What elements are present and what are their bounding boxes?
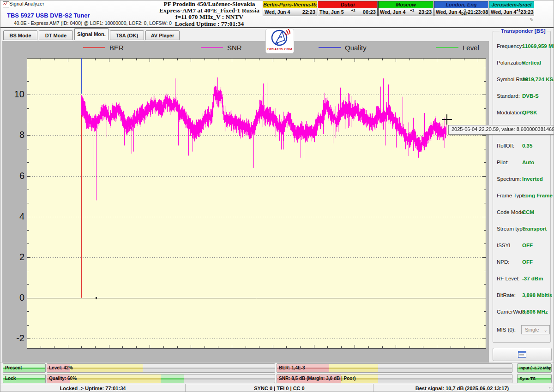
present-indicator: Present	[3, 363, 46, 373]
clock-date: Wed, Jun 4	[436, 9, 461, 15]
tab-av-player[interactable]: AV Player	[145, 30, 180, 40]
legend-item-quality[interactable]: Quality	[319, 43, 367, 52]
clock-time: 23:23	[419, 9, 432, 15]
y-tick-2: 2	[3, 252, 24, 262]
header-band: Signal Analyzer TBS 5927 USB DVB-S2 Tune…	[0, 0, 554, 28]
sync-ts-indicator: Sync TS	[517, 374, 552, 383]
clock-time: 00:23	[363, 9, 376, 15]
param-value: 3,898 Mbit/s	[522, 292, 552, 298]
clock-date: Wed, Jun 4	[265, 9, 290, 15]
header-line-4: Locked Uptime : 77:01:34	[155, 21, 264, 27]
param-label: Polarization:	[497, 60, 526, 65]
clock-utc-offset: +1	[516, 9, 520, 12]
clock-time: 23:23	[520, 9, 533, 15]
clock-body: Wed, Jun 422:23	[263, 8, 317, 16]
param-value: Vertical	[522, 60, 541, 65]
ber-bar: BER: 1,4E-3	[277, 363, 512, 373]
mis-value: Single	[525, 327, 539, 333]
panel-button[interactable]	[493, 348, 552, 361]
clock-date: Wed, Jun 4	[380, 9, 405, 15]
clock-jerusalem-israel[interactable]: Jerusalem-IsraelWed, Jun 4+123:23	[489, 1, 534, 16]
clock-date: Thu, Jun 5	[319, 9, 344, 15]
statusbar: Locked -> Uptime: 77:01:34 SYNC 0 | TEI …	[0, 384, 554, 392]
param-label: RF Level:	[497, 276, 519, 281]
param-value: 2819,724 KS/s	[522, 77, 554, 82]
bar-fill-end	[161, 374, 184, 383]
clock-city-label: Jerusalem-Israel	[489, 1, 534, 8]
param-value: Inverted	[522, 176, 543, 182]
param-label: ISSYI	[497, 243, 510, 248]
divider	[0, 362, 554, 363]
tab-dt-mode[interactable]: DT Mode	[39, 30, 73, 40]
legend-line	[201, 47, 223, 48]
header-line-2: Express-AM7 at 40°E_Fixed-1 Russia	[155, 7, 264, 14]
legend-line	[436, 47, 458, 48]
level-bar-label: Level: 42%	[49, 364, 73, 372]
clock-time: 22:23	[302, 9, 315, 15]
input-indicator-label: Input (~3,72 Mbps)	[519, 364, 552, 372]
window-title: Signal Analyzer	[9, 1, 44, 6]
clock-time: 21:23:08	[468, 9, 488, 15]
param-value: Auto	[522, 160, 534, 165]
chart-area: BERSNRQualityLevel -20246810	[2, 41, 489, 362]
statusbar-uptime: Locked -> Uptime: 77:01:34	[0, 384, 186, 392]
clock-moscow[interactable]: MoscowWed, Jun 4+123:23	[378, 1, 434, 16]
clock-city-label: London, Eng	[434, 1, 488, 8]
header-line-1: PF Prodelin 450/Lučenec-Slovakia	[155, 1, 264, 7]
chevron-down-icon: ⌄	[544, 326, 548, 334]
transponder-title: Transponder [BS]	[500, 28, 547, 34]
table-icon	[518, 351, 526, 358]
param-value: 0.35	[522, 143, 532, 148]
tuner-subtitle: 40.0E - Express AM7 (ID: 0400) @ LOF1: 1…	[14, 20, 172, 26]
tuner-title: TBS 5927 USB DVB-S2 Tuner	[7, 12, 90, 19]
world-clocks: Berlin-Paris-Vienna-RomaWed, Jun 422:23D…	[263, 1, 535, 16]
param-label: Pilot:	[497, 160, 509, 165]
y-tick-10: 10	[3, 89, 24, 100]
y-tick-0: 0	[3, 292, 24, 303]
clock-utc-offset: +1	[410, 9, 414, 12]
clock-body: Wed, Jun 4+123:23	[489, 8, 534, 16]
param-value: Transport	[522, 226, 547, 232]
mode-tabs: BS ModeDT ModeSignal Mon.TSA (OK)AV Play…	[3, 28, 180, 40]
param-label: Spectrum:	[497, 176, 521, 182]
legend-label: SNR	[227, 44, 242, 52]
logo-text: DXSATCS.COM	[266, 48, 294, 51]
clock-date: Wed, Jun 4	[491, 9, 516, 15]
legend-line	[319, 47, 341, 48]
dxsatcs-logo: DXSATCS.COM	[265, 29, 294, 53]
pencil-icon[interactable]: ✎	[530, 17, 534, 23]
input-indicator: Input (~3,72 Mbps)	[517, 363, 552, 373]
y-tick--2: -2	[3, 333, 24, 344]
statusbar-sync: SYNC 0 | TEI 0 | CC 0	[186, 384, 373, 392]
tab-bs-mode[interactable]: BS Mode	[3, 30, 37, 40]
legend-line	[83, 47, 105, 48]
y-tick-6: 6	[3, 171, 24, 181]
param-label: Modulation:	[497, 110, 524, 115]
clock-dubai[interactable]: DubaiThu, Jun 5+200:23	[318, 1, 378, 16]
tab-tsa-ok-[interactable]: TSA (OK)	[110, 30, 144, 40]
header-line-3: f=11 070 MHz_V : NNTV	[155, 14, 264, 20]
value-tooltip: 2025-06-04 22.20.59, value: 8,6000003814…	[448, 125, 554, 135]
antenna-header: PF Prodelin 450/Lučenec-Slovakia Express…	[155, 1, 264, 27]
tab-signal-mon-[interactable]: Signal Mon.	[74, 28, 108, 40]
mis-dropdown[interactable]: Single ⌄	[521, 325, 550, 334]
signal-plot[interactable]	[27, 58, 486, 349]
lock-indicator: Lock	[3, 374, 46, 383]
param-label: NPD:	[497, 259, 509, 265]
legend-item-level[interactable]: Level	[436, 43, 479, 52]
clock-city-label: Berlin-Paris-Vienna-Roma	[263, 1, 317, 8]
clock-london-eng[interactable]: London, EngWed, Jun 4-1DST21:23:08	[434, 1, 488, 16]
resize-grip[interactable]	[549, 387, 554, 392]
param-value: QPSK	[522, 110, 537, 115]
legend-item-snr[interactable]: SNR	[201, 43, 242, 52]
clock-berlin-paris-vienna-roma[interactable]: Berlin-Paris-Vienna-RomaWed, Jun 422:23	[263, 1, 317, 16]
param-label: Standard:	[497, 93, 520, 99]
param-value: 3,806 MHz	[522, 309, 548, 315]
quality-bar-label: Quality: 60%	[49, 374, 77, 383]
quality-bar: Quality: 60%	[47, 374, 275, 383]
legend-item-ber[interactable]: BER	[83, 43, 124, 52]
param-label: Code Mode:	[497, 209, 526, 215]
statusbar-best-signal: Best signal: 10,7 dB (2025-06-02 13:17)	[373, 384, 551, 392]
mis-label: MIS (0):	[497, 327, 516, 333]
clock-body: Wed, Jun 4+123:23	[379, 8, 433, 16]
